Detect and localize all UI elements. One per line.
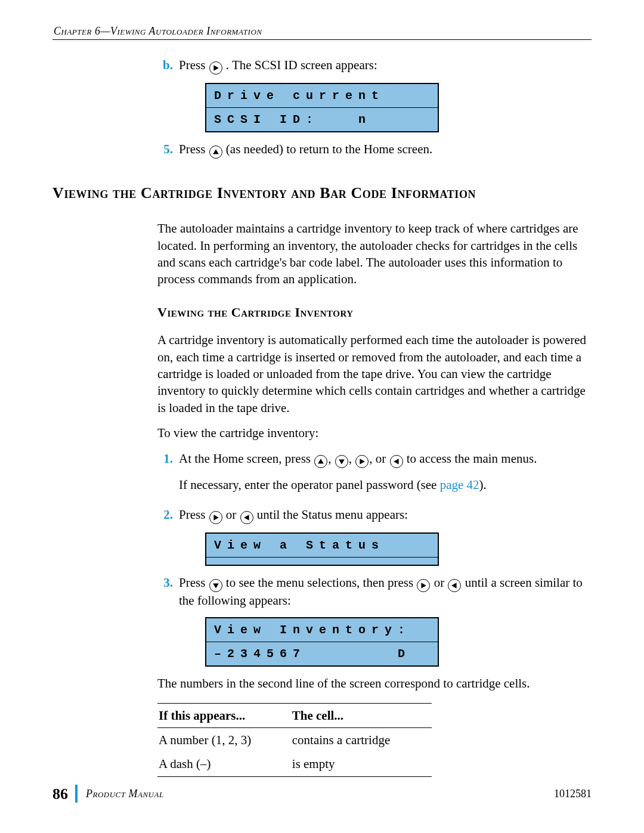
s1-mid1: , <box>328 451 335 466</box>
lcd-cell: n <box>355 88 369 104</box>
right-arrow-icon <box>417 579 430 592</box>
lcd-cell <box>382 646 395 662</box>
lcd-row: ViewInventory: <box>206 618 438 642</box>
lcd-cell: V <box>211 537 224 553</box>
lcd-cell: S <box>237 112 250 128</box>
lcd-cell: s <box>369 537 382 553</box>
lcd-cell <box>408 646 421 662</box>
lcd-cell: o <box>355 622 369 638</box>
lcd-cell: n <box>329 622 342 638</box>
lcd-cell <box>290 537 303 553</box>
page-link-42[interactable]: page 42 <box>440 478 479 492</box>
lcd-cell: i <box>237 88 250 104</box>
step5-post: (as needed) to return to the Home screen… <box>226 142 432 156</box>
lcd-cell <box>277 88 290 104</box>
svg-marker-6 <box>213 515 218 521</box>
lcd-cell: I <box>277 112 290 128</box>
lcd-cell: n <box>290 622 303 638</box>
lcd-cell <box>303 646 316 662</box>
legend-r1c1: A number (1, 2, 3) <box>157 727 291 752</box>
lcd-cell: i <box>224 622 237 638</box>
header-rule <box>52 39 592 40</box>
sub-p2: To view the cartridge inventory: <box>157 425 592 441</box>
lcd-cell <box>342 112 355 128</box>
step-b-pre: Press <box>179 58 209 72</box>
step-3-number: 3. <box>157 574 173 609</box>
left-arrow-icon <box>390 455 403 468</box>
svg-marker-4 <box>360 459 365 465</box>
lcd-inventory: ViewInventory: –234567D <box>205 617 439 667</box>
lcd-cell: t <box>342 622 355 638</box>
lcd-status: ViewaStatus <box>205 532 439 566</box>
lcd-cell <box>382 537 395 553</box>
section-title: Viewing the Cartridge Inventory and Bar … <box>52 182 592 203</box>
left-arrow-icon <box>448 579 461 592</box>
lcd-cell: 6 <box>277 646 290 662</box>
lcd-cell: t <box>369 88 382 104</box>
legend-h2: The cell... <box>291 703 432 727</box>
lcd-cell <box>395 88 408 104</box>
lcd-cell: 2 <box>224 646 237 662</box>
lcd-cell: D <box>290 112 303 128</box>
lcd-cell <box>264 537 277 553</box>
lcd-cell <box>342 646 355 662</box>
lcd-cell: e <box>316 622 329 638</box>
step-b-label: b. <box>157 57 173 75</box>
lcd-cell <box>382 112 395 128</box>
lcd-cell <box>408 112 421 128</box>
step-2: 2. Press or until the Status menu appear… <box>157 506 592 524</box>
s1-note-post: ). <box>479 478 487 492</box>
footer-bar-icon <box>75 785 78 803</box>
lcd-cell: w <box>250 622 264 638</box>
legend-r2c2: is empty <box>291 752 432 776</box>
lcd-row: –234567D <box>206 642 438 665</box>
s3-pre: Press <box>179 575 209 590</box>
lcd-cell: c <box>290 88 303 104</box>
legend-table: If this appears... The cell... A number … <box>157 703 432 777</box>
lcd-cell: V <box>211 622 224 638</box>
lcd-cell <box>408 622 421 638</box>
step-b-text: Press . The SCSI ID screen appears: <box>179 57 592 75</box>
right-arrow-icon <box>209 61 222 75</box>
lcd-cell: e <box>264 88 277 104</box>
svg-marker-8 <box>213 583 219 588</box>
lcd-cell: S <box>303 537 316 553</box>
after-step3: The numbers in the second line of the sc… <box>157 675 592 692</box>
s3-mid2: or <box>434 575 448 590</box>
lcd-cell: r <box>329 88 342 104</box>
svg-marker-2 <box>318 459 324 463</box>
lcd-cell: I <box>250 112 264 128</box>
s1-note: If necessary, enter the operator panel p… <box>179 476 592 493</box>
lcd-cell: n <box>355 112 369 128</box>
lcd-cell <box>355 646 369 662</box>
lcd-cell <box>329 646 342 662</box>
left-arrow-icon <box>240 511 253 524</box>
lcd-cell: v <box>303 622 316 638</box>
lcd-cell: i <box>224 537 237 553</box>
lcd-cell: w <box>250 537 264 553</box>
s1-post: to access the main menus. <box>407 451 537 466</box>
lcd-cell: t <box>316 537 329 553</box>
lcd-cell: I <box>277 622 290 638</box>
lcd-cell: S <box>211 112 224 128</box>
lcd-cell <box>395 112 408 128</box>
lcd-cell: u <box>355 537 369 553</box>
lcd-cell: : <box>303 112 316 128</box>
right-arrow-icon <box>209 511 222 524</box>
lcd-cell: u <box>303 88 316 104</box>
lcd-cell: e <box>237 622 250 638</box>
lcd-cell: r <box>316 88 329 104</box>
lcd-cell: a <box>277 537 290 553</box>
lcd-cell <box>316 646 329 662</box>
running-header: Chapter 6—Viewing Autoloader Information <box>54 24 592 38</box>
step-5-text: Press (as needed) to return to the Home … <box>179 141 592 159</box>
lcd-cell <box>395 537 408 553</box>
step5-pre: Press <box>179 142 209 156</box>
svg-marker-9 <box>422 583 426 589</box>
legend-r2c1: A dash (–) <box>157 752 291 776</box>
svg-marker-7 <box>244 515 249 521</box>
lcd-cell: : <box>395 622 408 638</box>
lcd-cell: y <box>382 622 395 638</box>
lcd-scsi: Drivecurrent SCSIID:n <box>205 83 439 132</box>
lcd-cell: t <box>342 537 355 553</box>
